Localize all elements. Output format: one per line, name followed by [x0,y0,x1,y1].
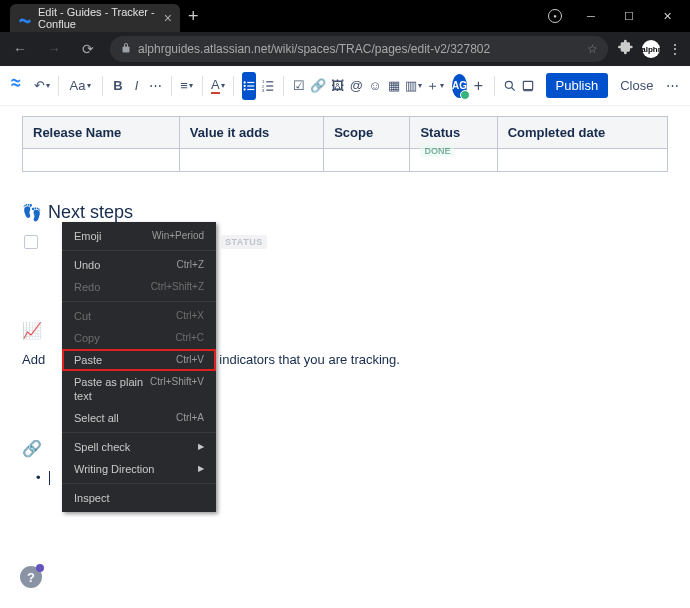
user-avatar[interactable]: AG [452,74,467,98]
publish-button[interactable]: Publish [546,73,609,98]
lock-icon [120,42,132,57]
ctx-spell-check[interactable]: Spell check▶ [62,436,216,458]
ctx-redo: RedoCtrl+Shift+Z [62,276,216,298]
bold-button[interactable]: B [111,72,126,100]
svg-text:3: 3 [262,88,265,93]
svg-point-4 [243,88,245,90]
insert-button[interactable]: ＋▾ [426,72,444,100]
svg-rect-11 [266,89,273,90]
emoji-button[interactable]: ☺ [368,72,383,100]
table-header[interactable]: Release Name [23,117,180,149]
bullet-list-button[interactable] [242,72,257,100]
minimize-button[interactable]: ─ [572,2,610,30]
ctx-paste[interactable]: PasteCtrl+V [62,349,216,371]
link-icon: 🔗 [22,439,42,458]
close-editor-button[interactable]: Close [612,73,661,98]
browser-tab[interactable]: Edit - Guides - Tracker - Conflue × [10,4,180,32]
reload-button[interactable]: ⟳ [76,37,100,61]
undo-button[interactable]: ↶▾ [34,72,50,100]
context-menu: EmojiWin+PeriodUndoCtrl+ZRedoCtrl+Shift+… [62,222,216,512]
presence-badge [460,90,470,100]
tab-title: Edit - Guides - Tracker - Conflue [38,6,158,30]
address-bar[interactable]: alphrguides.atlassian.net/wiki/spaces/TR… [110,36,608,62]
ctx-cut: CutCtrl+X [62,305,216,327]
link-button[interactable]: 🔗 [310,72,326,100]
confluence-logo[interactable] [10,75,22,97]
image-button[interactable]: 🖼 [330,72,345,100]
chart-icon: 📈 [22,321,42,340]
mention-button[interactable]: @ [349,72,364,100]
table-header[interactable]: Value it adds [179,117,323,149]
table-header[interactable]: Scope [324,117,410,149]
star-icon[interactable]: ☆ [587,42,598,56]
extensions-icon[interactable] [618,39,634,59]
svg-point-0 [243,81,245,83]
alignment-dropdown[interactable]: ≡▾ [179,72,194,100]
svg-point-12 [505,81,512,88]
status-placeholder[interactable]: STATUS [221,235,267,249]
tab-close-icon[interactable]: × [164,10,172,26]
ctx-select-all[interactable]: Select allCtrl+A [62,407,216,429]
svg-point-2 [243,84,245,86]
text-color-button[interactable]: A▾ [210,72,225,100]
profile-avatar[interactable]: alphr [642,40,660,58]
picture-in-picture-icon[interactable]: ● [548,9,562,23]
layouts-button[interactable]: ▥▾ [405,72,422,100]
section-title: Next steps [48,202,133,223]
action-item-button[interactable]: ☑ [292,72,307,100]
ctx-emoji[interactable]: EmojiWin+Period [62,225,216,247]
heading-style-dropdown[interactable]: Aa▾ [66,72,94,100]
find-button[interactable] [502,72,517,100]
confluence-favicon [18,11,32,25]
svg-rect-9 [266,85,273,86]
new-tab-button[interactable]: + [188,6,199,27]
svg-rect-7 [266,81,273,82]
svg-rect-1 [247,81,254,82]
table-button[interactable]: ▦ [386,72,401,100]
table-header[interactable]: Status [410,117,497,149]
notification-dot [36,564,44,572]
back-button[interactable]: ← [8,37,32,61]
svg-rect-5 [247,88,254,89]
browser-menu-icon[interactable]: ⋮ [668,41,682,57]
more-formatting-button[interactable]: ⋯ [148,72,163,100]
footprints-icon: 👣 [22,203,42,222]
close-window-button[interactable]: ✕ [648,2,686,30]
table-row: DONE [23,149,668,172]
italic-button[interactable]: I [129,72,144,100]
help-button[interactable]: ? [20,566,42,588]
invite-button[interactable]: + [471,72,486,100]
forward-button: → [42,37,66,61]
ctx-undo[interactable]: UndoCtrl+Z [62,254,216,276]
numbered-list-button[interactable]: 123 [260,72,275,100]
svg-rect-3 [247,85,254,86]
maximize-button[interactable]: ☐ [610,2,648,30]
release-table[interactable]: Release Name Value it adds Scope Status … [22,116,668,172]
more-actions-button[interactable]: ⋯ [665,72,680,100]
ctx-copy: CopyCtrl+C [62,327,216,349]
ctx-writing-direction[interactable]: Writing Direction▶ [62,458,216,480]
task-checkbox[interactable] [24,235,38,249]
url-text: alphrguides.atlassian.net/wiki/spaces/TR… [138,42,490,56]
status-badge: DONE [420,145,454,157]
table-header[interactable]: Completed date [497,117,667,149]
ctx-inspect[interactable]: Inspect [62,487,216,509]
preview-button[interactable] [521,72,536,100]
svg-rect-13 [524,81,533,89]
ctx-paste-as-plain-text[interactable]: Paste as plain textCtrl+Shift+V [62,371,216,407]
